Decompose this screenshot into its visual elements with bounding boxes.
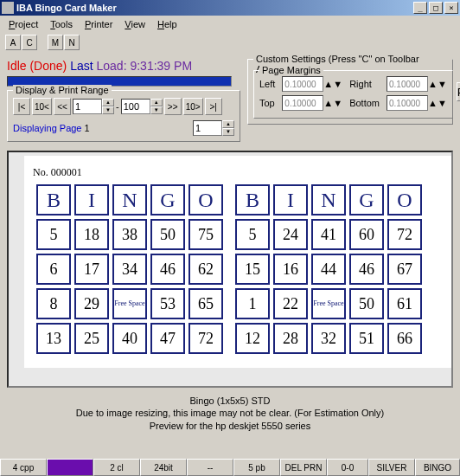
- bingo-cell: 72: [188, 323, 223, 354]
- range-fwd-button[interactable]: >>: [164, 98, 182, 115]
- proof-button[interactable]: Proof: [457, 82, 460, 101]
- print-preview: No. 000001 BINGO 518385075617344662829Fr…: [24, 156, 453, 368]
- bingo-cell: 24: [273, 219, 308, 250]
- range-from-input[interactable]: [73, 99, 102, 114]
- status-dash: --: [187, 459, 233, 476]
- footer-line-1: Bingo (1x5x5) STD: [0, 395, 460, 407]
- margin-bottom-input[interactable]: [387, 95, 428, 111]
- range-last-button[interactable]: >|: [205, 98, 222, 115]
- spin-down-icon[interactable]: ▼: [438, 98, 447, 108]
- bingo-cell: 1: [235, 288, 270, 319]
- bingo-cell: 44: [311, 254, 346, 285]
- bingo-header-cell: I: [74, 184, 109, 215]
- bingo-cell: 41: [311, 219, 346, 250]
- bingo-cell: 38: [112, 219, 147, 250]
- range-back-button[interactable]: <<: [54, 98, 71, 115]
- bingo-header-cell: G: [349, 184, 384, 215]
- bingo-cell: 47: [150, 323, 185, 354]
- range-ten-fwd-button[interactable]: 10>: [183, 98, 203, 115]
- status-cpp: 4 cpp: [0, 459, 47, 476]
- spin-up-icon[interactable]: ▲: [222, 120, 234, 128]
- bingo-cell: 46: [150, 254, 185, 285]
- bingo-header-cell: N: [112, 184, 147, 215]
- spin-down-icon[interactable]: ▼: [150, 106, 163, 114]
- bingo-cell: 50: [150, 219, 185, 250]
- status-color-swatch: [47, 459, 93, 476]
- status-silver: SILVER: [368, 459, 415, 476]
- spin-up-icon[interactable]: ▲: [428, 79, 438, 89]
- status-delprn: DEL PRN: [280, 459, 327, 476]
- margin-top-input[interactable]: [282, 95, 323, 111]
- bingo-cell: 50: [349, 288, 384, 319]
- menubar: Project Tools Printer View Help: [0, 16, 460, 33]
- spin-down-icon[interactable]: ▼: [438, 79, 447, 89]
- bingo-cell: 46: [349, 254, 384, 285]
- bingo-cell: 66: [387, 323, 422, 354]
- menu-help[interactable]: Help: [152, 17, 182, 31]
- bingo-cell: 22: [273, 288, 308, 319]
- bingo-card-2: BINGO 5244160721516444667122Free Space50…: [232, 181, 425, 357]
- maximize-button[interactable]: □: [429, 2, 443, 14]
- footer-line-3: Preview for the hp deskjet 5550 series: [0, 420, 460, 432]
- bingo-cell: 6: [36, 254, 71, 285]
- toolbar-a-button[interactable]: A: [5, 35, 21, 50]
- page-input[interactable]: [193, 120, 222, 136]
- toolbar-m-button[interactable]: M: [48, 35, 63, 50]
- spin-up-icon[interactable]: ▲: [150, 99, 163, 106]
- range-first-button[interactable]: |<: [13, 98, 30, 115]
- bingo-header-cell: N: [311, 184, 346, 215]
- range-legend: Display & Print Range: [13, 85, 112, 95]
- margin-left-label: Left: [259, 79, 275, 89]
- bingo-cell: 13: [36, 323, 71, 354]
- toolbar: A C M N: [0, 33, 460, 52]
- bingo-cell: 32: [311, 323, 346, 354]
- toolbar-c-button[interactable]: C: [22, 35, 37, 50]
- spin-up-icon[interactable]: ▲: [323, 79, 333, 89]
- app-icon: [2, 2, 14, 14]
- bingo-cell: Free Space: [311, 288, 346, 319]
- displaying-page-value: 1: [85, 123, 90, 133]
- spin-down-icon[interactable]: ▼: [222, 128, 234, 136]
- spin-down-icon[interactable]: ▼: [333, 98, 342, 108]
- preview-pane: No. 000001 BINGO 518385075617344662829Fr…: [7, 151, 453, 388]
- bingo-header-cell: B: [36, 184, 71, 215]
- status-bingo: BINGO: [415, 459, 460, 476]
- bingo-header-cell: G: [150, 184, 185, 215]
- menu-project[interactable]: Project: [3, 17, 43, 31]
- bingo-header-cell: B: [235, 184, 270, 215]
- menu-tools[interactable]: Tools: [45, 17, 78, 31]
- range-dash: -: [116, 101, 119, 112]
- bingo-header-cell: O: [387, 184, 422, 215]
- status-idle: Idle (Done): [7, 59, 67, 73]
- footer-messages: Bingo (1x5x5) STD Due to image resizing,…: [0, 393, 460, 433]
- bingo-cell: 18: [74, 219, 109, 250]
- bingo-cell: 62: [188, 254, 223, 285]
- minimize-button[interactable]: _: [413, 2, 427, 14]
- margin-left-input[interactable]: [282, 76, 323, 92]
- bingo-cell: Free Space: [112, 288, 147, 319]
- spin-up-icon[interactable]: ▲: [323, 98, 333, 108]
- custom-settings-fieldset: Custom Settings (Press "C" on Toolbar Ab…: [247, 59, 453, 125]
- menu-printer[interactable]: Printer: [80, 17, 118, 31]
- bingo-cell: 25: [74, 323, 109, 354]
- spin-down-icon[interactable]: ▼: [333, 79, 342, 89]
- toolbar-n-button[interactable]: N: [64, 35, 80, 50]
- close-button[interactable]: ×: [444, 2, 458, 14]
- bingo-cell: 53: [150, 288, 185, 319]
- status-range: 0-0: [327, 459, 368, 476]
- bingo-header-cell: O: [188, 184, 223, 215]
- status-bit: 24bit: [140, 459, 187, 476]
- footer-line-2: Due to image resizing, this image may no…: [0, 407, 460, 419]
- spin-up-icon[interactable]: ▲: [428, 98, 438, 108]
- spin-down-icon[interactable]: ▼: [102, 106, 114, 114]
- margins-legend: Page Margins: [259, 65, 323, 75]
- range-to-input[interactable]: [121, 99, 150, 114]
- titlebar: IBA Bingo Card Maker _ □ ×: [0, 0, 460, 16]
- spin-up-icon[interactable]: ▲: [102, 99, 114, 106]
- range-ten-back-button[interactable]: 10<: [32, 98, 52, 115]
- bingo-cell: 17: [74, 254, 109, 285]
- bingo-cell: 40: [112, 323, 147, 354]
- menu-view[interactable]: View: [119, 17, 150, 31]
- margin-right-input[interactable]: [387, 76, 428, 92]
- bingo-cell: 61: [387, 288, 422, 319]
